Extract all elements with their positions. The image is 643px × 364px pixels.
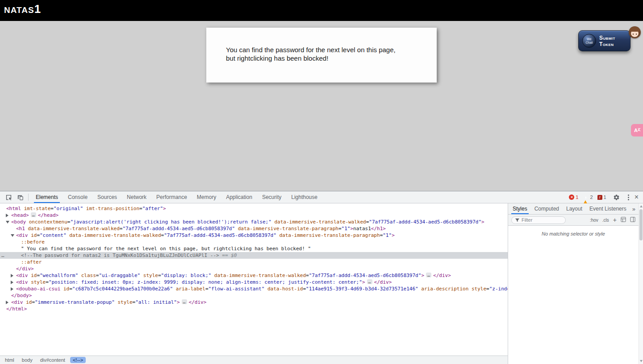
wechall-submit-token-button[interactable]: We Chall Submit Token: [578, 30, 630, 51]
more-tabs-chevron-icon[interactable]: »: [630, 206, 638, 212]
devtools-tabs: ElementsConsoleSourcesNetworkPerformance…: [31, 191, 322, 203]
tab-console[interactable]: Console: [63, 191, 92, 203]
breadcrumb-item[interactable]: body: [19, 357, 35, 363]
toolbar-divider: [28, 194, 29, 201]
row-overflow-icon[interactable]: …: [1, 252, 5, 259]
scrollbar-up-icon[interactable]: [640, 205, 643, 207]
tab-memory[interactable]: Memory: [192, 191, 221, 203]
layout-panes-icon[interactable]: [621, 217, 626, 223]
site-body: You can find the password for the next l…: [0, 21, 643, 191]
page-title: natas: [4, 5, 34, 15]
styles-tab-styles[interactable]: Styles: [509, 203, 531, 214]
wechall-button-label: Submit Token: [599, 35, 615, 47]
dom-tree-row[interactable]: <head>…</head>: [0, 212, 508, 219]
dom-tree-row[interactable]: <div id="content" data-immersive-transla…: [0, 232, 508, 239]
tab-lighthouse[interactable]: Lighthouse: [286, 191, 322, 203]
wechall-logo-line1: We: [587, 37, 591, 41]
expand-arrow-open-icon[interactable]: [11, 234, 14, 237]
styles-sidebar-tabs: StylesComputedLayoutEvent Listeners »: [508, 203, 639, 215]
devtools-status-icons: × 1 2 ! 1 ×: [569, 193, 640, 202]
breadcrumb-item[interactable]: div#content: [38, 357, 68, 363]
card-text: You can find the password for the next l…: [206, 28, 437, 62]
expand-arrow-closed-icon[interactable]: [6, 214, 8, 217]
dom-tree-row[interactable]: </html>: [0, 306, 508, 312]
content-card: You can find the password for the next l…: [206, 28, 437, 83]
console-warnings-badge[interactable]: 2: [583, 194, 593, 200]
dom-tree-row[interactable]: ::before: [0, 239, 508, 245]
tab-sources[interactable]: Sources: [92, 191, 122, 203]
styles-empty-message: No matching selector or style: [508, 226, 639, 236]
elements-panel: <html imt-state="original" imt-trans-pos…: [0, 203, 508, 364]
dom-tree-row[interactable]: <body oncontextmenu="javascript:alert('r…: [0, 219, 508, 225]
inspect-element-icon[interactable]: [4, 193, 13, 202]
expand-arrow-closed-icon[interactable]: [11, 287, 13, 291]
element-classes-button[interactable]: .cls: [602, 218, 609, 223]
styles-filter-box[interactable]: [511, 216, 566, 224]
assistant-avatar[interactable]: [629, 26, 641, 38]
webpage-view: natas 1 You can find the password for th…: [0, 0, 643, 191]
wechall-logo-line2: Chall: [586, 41, 593, 45]
tab-elements[interactable]: Elements: [31, 191, 63, 203]
dom-tree-row[interactable]: <div id="immersive-translate-popup" styl…: [0, 299, 508, 306]
avatar-hair: [630, 27, 640, 32]
styles-tablist: StylesComputedLayoutEvent Listeners: [509, 203, 630, 214]
collapsed-children-icon[interactable]: …: [426, 273, 431, 277]
tab-performance[interactable]: Performance: [151, 191, 192, 203]
tab-security[interactable]: Security: [257, 191, 286, 203]
styles-tab-event-listeners[interactable]: Event Listeners: [586, 203, 630, 214]
scrollbar-thumb[interactable]: [639, 209, 643, 240]
dom-tree-row[interactable]: </div>: [0, 265, 508, 272]
dom-tree-row[interactable]: <div style="position: fixed; inset: 0px;…: [0, 279, 508, 285]
wechall-logo-icon: We Chall: [582, 34, 596, 48]
scrollbar[interactable]: [639, 203, 643, 364]
settings-gear-icon[interactable]: [612, 193, 621, 202]
dom-tree-row[interactable]: <doubao-ai-csui id="c687b7c5c0444229bae5…: [0, 285, 508, 292]
expand-arrow-open-icon[interactable]: [6, 221, 9, 223]
dom-tree-row[interactable]: <html imt-state="original" imt-trans-pos…: [0, 205, 508, 212]
breadcrumb-item[interactable]: <!-->: [70, 357, 86, 363]
toggle-element-state-button[interactable]: :hov: [590, 218, 598, 223]
collapsed-children-icon[interactable]: …: [367, 279, 372, 284]
svg-text:A: A: [634, 128, 638, 133]
issues-count: 1: [604, 194, 606, 200]
dom-tree: <html imt-state="original" imt-trans-pos…: [0, 203, 508, 356]
styles-sidebar: StylesComputedLayoutEvent Listeners » :h…: [508, 203, 643, 364]
dom-tree-row[interactable]: <h1 data-immersive-translate-walked="7af…: [0, 225, 508, 232]
site-header: natas 1: [0, 0, 643, 21]
wechall-token-label: Token: [599, 41, 615, 47]
devtools-panel: ElementsConsoleSourcesNetworkPerformance…: [0, 191, 643, 364]
expand-arrow-closed-icon[interactable]: [6, 301, 8, 304]
styles-filter-controls: :hov .cls +: [590, 217, 635, 223]
tab-network[interactable]: Network: [122, 191, 151, 203]
collapsed-children-icon[interactable]: …: [31, 212, 36, 217]
expand-arrow-closed-icon[interactable]: [11, 274, 13, 277]
more-options-icon[interactable]: [627, 194, 630, 200]
filter-funnel-icon: [515, 218, 520, 223]
issues-badge[interactable]: ! 1: [597, 194, 606, 200]
styles-tab-computed[interactable]: Computed: [531, 203, 563, 214]
styles-filter-input[interactable]: [522, 217, 561, 223]
warning-icon: [583, 195, 589, 200]
new-style-rule-button[interactable]: +: [613, 217, 617, 223]
browser-window: natas 1 You can find the password for th…: [0, 0, 643, 364]
collapsed-children-icon[interactable]: …: [182, 299, 187, 304]
styles-filter-bar: :hov .cls +: [508, 215, 639, 226]
warning-count: 2: [590, 194, 593, 200]
dom-tree-row-selected[interactable]: …<!--The password for natas2 is TguMNxKo…: [0, 252, 508, 259]
dom-tree-row[interactable]: <div id="wechallform" class="ui-draggabl…: [0, 272, 508, 279]
error-icon: ×: [569, 194, 574, 200]
dom-tree-row[interactable]: ::after: [0, 259, 508, 265]
close-devtools-icon[interactable]: ×: [635, 194, 639, 201]
console-errors-badge[interactable]: × 1: [569, 194, 578, 200]
expand-arrow-closed-icon[interactable]: [11, 281, 13, 284]
toggle-sidebar-icon[interactable]: [630, 217, 635, 223]
dom-tree-row[interactable]: </body>: [0, 292, 508, 299]
translate-fab[interactable]: A: [631, 124, 643, 136]
dom-tree-row[interactable]: " You can find the password for the next…: [0, 245, 508, 252]
breadcrumb-item[interactable]: html: [2, 357, 17, 363]
styles-tab-layout[interactable]: Layout: [563, 203, 586, 214]
scrollbar-down-icon[interactable]: [640, 360, 643, 362]
tab-application[interactable]: Application: [221, 191, 257, 203]
devtools-toolbar: ElementsConsoleSourcesNetworkPerformance…: [0, 191, 643, 203]
device-toolbar-icon[interactable]: [16, 193, 25, 202]
